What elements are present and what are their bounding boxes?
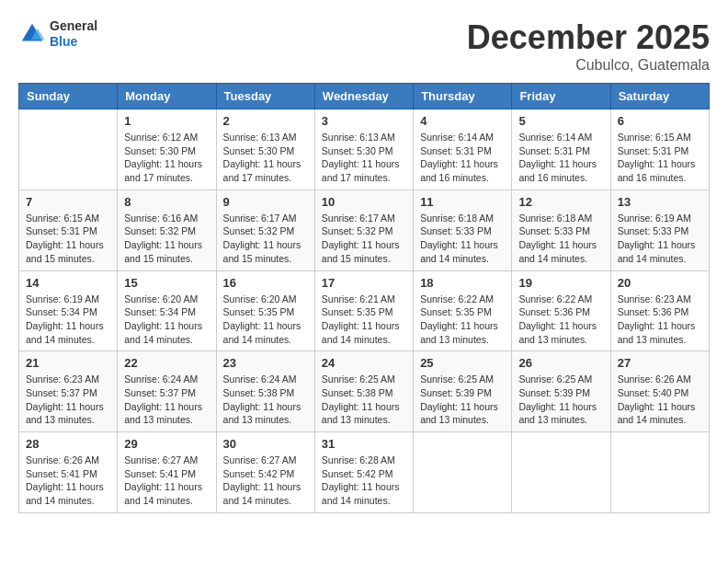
calendar-cell: 14Sunrise: 6:19 AMSunset: 5:34 PMDayligh…	[19, 270, 118, 351]
calendar-week-row: 28Sunrise: 6:26 AMSunset: 5:41 PMDayligh…	[19, 432, 710, 513]
calendar-cell: 23Sunrise: 6:24 AMSunset: 5:38 PMDayligh…	[216, 351, 314, 432]
day-info: Sunrise: 6:15 AMSunset: 5:31 PMDaylight:…	[26, 212, 110, 266]
day-number: 8	[124, 195, 209, 209]
day-number: 1	[124, 114, 209, 128]
day-number: 15	[124, 276, 209, 290]
day-info: Sunrise: 6:17 AMSunset: 5:32 PMDaylight:…	[322, 212, 406, 266]
logo-blue: Blue	[50, 34, 97, 50]
weekday-header-row: SundayMondayTuesdayWednesdayThursdayFrid…	[19, 84, 710, 109]
logo: General Blue	[18, 18, 97, 50]
day-number: 19	[518, 276, 603, 290]
day-info: Sunrise: 6:12 AMSunset: 5:30 PMDaylight:…	[124, 131, 209, 185]
day-info: Sunrise: 6:27 AMSunset: 5:41 PMDaylight:…	[124, 454, 209, 508]
calendar-cell: 24Sunrise: 6:25 AMSunset: 5:38 PMDayligh…	[314, 351, 413, 432]
calendar-cell: 17Sunrise: 6:21 AMSunset: 5:35 PMDayligh…	[314, 270, 413, 351]
day-number: 7	[26, 195, 110, 209]
calendar-cell: 15Sunrise: 6:20 AMSunset: 5:34 PMDayligh…	[118, 270, 216, 351]
weekday-header: Friday	[512, 84, 610, 109]
calendar-cell: 6Sunrise: 6:15 AMSunset: 5:31 PMDaylight…	[610, 109, 709, 190]
calendar-cell: 7Sunrise: 6:15 AMSunset: 5:31 PMDaylight…	[19, 190, 118, 270]
calendar-cell: 29Sunrise: 6:27 AMSunset: 5:41 PMDayligh…	[118, 432, 216, 513]
day-number: 23	[223, 356, 308, 370]
day-number: 18	[420, 276, 505, 290]
day-number: 5	[518, 114, 603, 128]
day-info: Sunrise: 6:19 AMSunset: 5:34 PMDaylight:…	[26, 293, 110, 347]
calendar-table: SundayMondayTuesdayWednesdayThursdayFrid…	[18, 83, 710, 513]
weekday-header: Tuesday	[216, 84, 314, 109]
day-info: Sunrise: 6:13 AMSunset: 5:30 PMDaylight:…	[322, 131, 406, 185]
calendar-cell	[19, 109, 118, 190]
calendar-cell: 30Sunrise: 6:27 AMSunset: 5:42 PMDayligh…	[216, 432, 314, 513]
calendar-cell: 5Sunrise: 6:14 AMSunset: 5:31 PMDaylight…	[512, 109, 610, 190]
day-info: Sunrise: 6:14 AMSunset: 5:31 PMDaylight:…	[518, 131, 603, 185]
logo-icon	[18, 20, 46, 48]
day-info: Sunrise: 6:23 AMSunset: 5:37 PMDaylight:…	[26, 373, 110, 427]
day-info: Sunrise: 6:16 AMSunset: 5:32 PMDaylight:…	[124, 212, 209, 266]
calendar-cell: 12Sunrise: 6:18 AMSunset: 5:33 PMDayligh…	[512, 190, 610, 270]
weekday-header: Thursday	[414, 84, 512, 109]
day-info: Sunrise: 6:22 AMSunset: 5:35 PMDaylight:…	[420, 293, 505, 347]
calendar-cell: 31Sunrise: 6:28 AMSunset: 5:42 PMDayligh…	[314, 432, 413, 513]
day-number: 28	[26, 437, 110, 451]
calendar-cell: 25Sunrise: 6:25 AMSunset: 5:39 PMDayligh…	[414, 351, 512, 432]
calendar-cell: 20Sunrise: 6:23 AMSunset: 5:36 PMDayligh…	[610, 270, 709, 351]
day-info: Sunrise: 6:25 AMSunset: 5:39 PMDaylight:…	[420, 373, 505, 427]
day-info: Sunrise: 6:22 AMSunset: 5:36 PMDaylight:…	[518, 293, 603, 347]
day-number: 22	[124, 356, 209, 370]
day-info: Sunrise: 6:14 AMSunset: 5:31 PMDaylight:…	[420, 131, 505, 185]
weekday-header: Saturday	[610, 84, 709, 109]
day-number: 24	[322, 356, 406, 370]
calendar-week-row: 1Sunrise: 6:12 AMSunset: 5:30 PMDaylight…	[19, 109, 710, 190]
day-number: 26	[518, 356, 603, 370]
calendar-cell	[414, 432, 512, 513]
day-number: 30	[223, 437, 308, 451]
calendar-cell: 4Sunrise: 6:14 AMSunset: 5:31 PMDaylight…	[414, 109, 512, 190]
day-number: 13	[618, 195, 702, 209]
day-info: Sunrise: 6:20 AMSunset: 5:35 PMDaylight:…	[223, 293, 308, 347]
calendar-cell: 11Sunrise: 6:18 AMSunset: 5:33 PMDayligh…	[414, 190, 512, 270]
day-info: Sunrise: 6:13 AMSunset: 5:30 PMDaylight:…	[223, 131, 308, 185]
day-info: Sunrise: 6:28 AMSunset: 5:42 PMDaylight:…	[322, 454, 406, 508]
day-info: Sunrise: 6:18 AMSunset: 5:33 PMDaylight:…	[518, 212, 603, 266]
day-number: 10	[322, 195, 406, 209]
day-number: 25	[420, 356, 505, 370]
calendar-cell: 19Sunrise: 6:22 AMSunset: 5:36 PMDayligh…	[512, 270, 610, 351]
page-header: General Blue December 2025 Cubulco, Guat…	[18, 18, 710, 74]
calendar-cell: 2Sunrise: 6:13 AMSunset: 5:30 PMDaylight…	[216, 109, 314, 190]
day-number: 9	[223, 195, 308, 209]
weekday-header: Wednesday	[314, 84, 413, 109]
calendar-cell: 13Sunrise: 6:19 AMSunset: 5:33 PMDayligh…	[610, 190, 709, 270]
day-number: 11	[420, 195, 505, 209]
weekday-header: Monday	[118, 84, 216, 109]
day-info: Sunrise: 6:25 AMSunset: 5:39 PMDaylight:…	[518, 373, 603, 427]
calendar-cell: 21Sunrise: 6:23 AMSunset: 5:37 PMDayligh…	[19, 351, 118, 432]
calendar-week-row: 14Sunrise: 6:19 AMSunset: 5:34 PMDayligh…	[19, 270, 710, 351]
calendar-cell: 10Sunrise: 6:17 AMSunset: 5:32 PMDayligh…	[314, 190, 413, 270]
logo-text: General Blue	[50, 18, 97, 50]
day-info: Sunrise: 6:27 AMSunset: 5:42 PMDaylight:…	[223, 454, 308, 508]
day-info: Sunrise: 6:17 AMSunset: 5:32 PMDaylight:…	[223, 212, 308, 266]
calendar-week-row: 21Sunrise: 6:23 AMSunset: 5:37 PMDayligh…	[19, 351, 710, 432]
day-number: 31	[322, 437, 406, 451]
day-number: 17	[322, 276, 406, 290]
title-section: December 2025 Cubulco, Guatemala	[467, 18, 710, 74]
day-info: Sunrise: 6:26 AMSunset: 5:40 PMDaylight:…	[618, 373, 702, 427]
calendar-cell: 1Sunrise: 6:12 AMSunset: 5:30 PMDaylight…	[118, 109, 216, 190]
day-info: Sunrise: 6:20 AMSunset: 5:34 PMDaylight:…	[124, 293, 209, 347]
location: Cubulco, Guatemala	[467, 57, 710, 74]
calendar-cell: 16Sunrise: 6:20 AMSunset: 5:35 PMDayligh…	[216, 270, 314, 351]
day-number: 29	[124, 437, 209, 451]
calendar-cell: 27Sunrise: 6:26 AMSunset: 5:40 PMDayligh…	[610, 351, 709, 432]
calendar-cell: 22Sunrise: 6:24 AMSunset: 5:37 PMDayligh…	[118, 351, 216, 432]
day-number: 27	[618, 356, 702, 370]
day-info: Sunrise: 6:26 AMSunset: 5:41 PMDaylight:…	[26, 454, 110, 508]
day-number: 6	[618, 114, 702, 128]
day-number: 2	[223, 114, 308, 128]
day-info: Sunrise: 6:18 AMSunset: 5:33 PMDaylight:…	[420, 212, 505, 266]
calendar-cell	[512, 432, 610, 513]
weekday-header: Sunday	[19, 84, 118, 109]
calendar-cell: 26Sunrise: 6:25 AMSunset: 5:39 PMDayligh…	[512, 351, 610, 432]
day-number: 21	[26, 356, 110, 370]
day-number: 20	[618, 276, 702, 290]
day-number: 3	[322, 114, 406, 128]
